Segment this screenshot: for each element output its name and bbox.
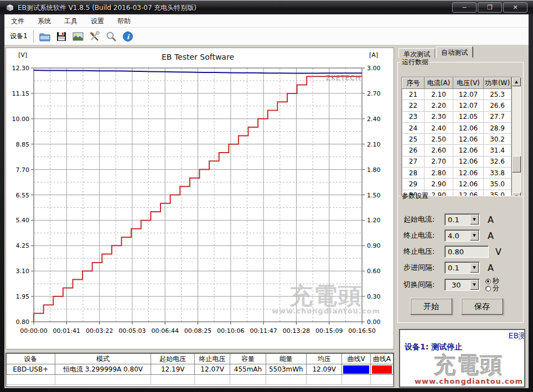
svg-text:充電頭: 充電頭: [289, 282, 363, 309]
run-cell: 31.4: [484, 145, 511, 156]
run-data-table[interactable]: 序号电流(A)电压(V)功率(W) 212.1012.0725.3222.201…: [402, 77, 511, 201]
table-row[interactable]: 232.3012.0527.7: [402, 111, 511, 122]
menu-settings[interactable]: 设置: [84, 14, 111, 28]
run-col-header: 功率(W): [484, 78, 511, 89]
toolbar: 设备1 i: [4, 28, 529, 45]
watermark-url: www.chongdiantou.com: [415, 377, 523, 385]
svg-text:11.15: 11.15: [12, 90, 30, 97]
menu-system[interactable]: 系统: [31, 14, 58, 28]
scroll-up-icon[interactable]: ▲: [512, 77, 521, 86]
table-row[interactable]: 252.5012.0630.2: [402, 134, 511, 145]
run-cell: 2.60: [425, 145, 453, 156]
svg-text:00:16:50: 00:16:50: [348, 327, 375, 334]
switch-interval-combo[interactable]: 30 ▼: [444, 279, 480, 291]
save-button[interactable]: 保存: [461, 298, 503, 315]
run-cell: 27.7: [484, 111, 511, 122]
info-icon[interactable]: i: [121, 29, 135, 44]
chevron-down-icon[interactable]: ▼: [470, 263, 479, 273]
chevron-down-icon[interactable]: ▼: [470, 215, 479, 224]
radio-unselected-icon: [485, 286, 491, 291]
summary-table: 设备 模式 起始电压 终止电压 容量 能量 均压 曲线V 曲线A EBD-USB…: [6, 353, 394, 387]
curve-v-swatch[interactable]: [343, 365, 369, 374]
switch-interval-value: 30: [445, 281, 461, 289]
run-col-header: 序号: [402, 78, 425, 89]
end-current-unit: A: [488, 231, 494, 241]
right-panel: 单次测试 自动测试 运行数据 序号电流(A)电压(V)功率(W) 212.101…: [397, 46, 525, 388]
svg-text:00:06:44: 00:06:44: [151, 327, 178, 334]
scroll-thumb[interactable]: [512, 156, 521, 173]
menu-file[interactable]: 文件: [4, 14, 31, 28]
end-current-label: 终止电流:: [403, 231, 444, 241]
svg-text:0.60: 0.60: [367, 268, 381, 275]
watermark: 充電頭 www.chongdiantou.com: [415, 354, 523, 385]
run-cell: 28: [402, 168, 425, 179]
open-folder-icon[interactable]: [38, 29, 52, 44]
param-settings-group: 参数设置 起始电流: 0.1 ▼ A 终止电流: 4.0 ▼ A: [397, 191, 524, 323]
menu-tools[interactable]: 工具: [58, 14, 84, 28]
svg-text:1.20: 1.20: [367, 217, 381, 224]
run-cell: 25: [402, 134, 425, 145]
table-row[interactable]: 282.8012.0633.8: [402, 168, 511, 179]
start-current-combo[interactable]: 0.1 ▼: [444, 213, 480, 226]
run-cell: 29: [402, 179, 425, 190]
app-window: EB测试系统软件 V1.8.5 (Build 2016-03-07 充电头特别版…: [0, 0, 533, 392]
zoom-icon[interactable]: [104, 29, 118, 44]
start-button[interactable]: 开始: [410, 298, 452, 315]
summary-col-energy: 能量: [266, 354, 306, 364]
run-cell: 2.90: [425, 179, 453, 190]
table-row[interactable]: 242.4012.0628.9: [402, 122, 511, 133]
run-cell: 24: [402, 122, 425, 133]
tab-auto-test[interactable]: 自动测试: [436, 46, 473, 58]
step-interval-combo[interactable]: 0.1 ▼: [444, 262, 480, 274]
table-row[interactable]: 292.9012.0635.0: [402, 179, 511, 190]
start-current-value: 0.1: [445, 216, 459, 224]
device-tab[interactable]: 设备1: [4, 32, 32, 41]
svg-text:00:08:25: 00:08:25: [184, 327, 211, 334]
svg-text:0.30: 0.30: [367, 293, 381, 300]
svg-text:12.30: 12.30: [12, 65, 30, 72]
end-voltage-field[interactable]: 0.80: [444, 245, 489, 258]
title-bar[interactable]: EB测试系统软件 V1.8.5 (Build 2016-03-07 充电头特别版…: [0, 0, 533, 14]
run-table-scrollbar[interactable]: ▲ ▼: [511, 77, 520, 201]
summary-data-row[interactable]: EBD-USB+ 恒电流 3.299999A 0.80V 12.19V 12.0…: [7, 364, 394, 375]
run-cell: 30.2: [484, 134, 511, 145]
summary-col-device: 设备: [7, 354, 55, 364]
table-row[interactable]: 262.6012.0631.4: [402, 145, 511, 156]
run-cell: 21: [402, 89, 425, 100]
run-data-title: 运行数据: [400, 58, 430, 67]
svg-text:00:05:03: 00:05:03: [118, 327, 146, 334]
tab-single-test[interactable]: 单次测试: [399, 48, 435, 58]
capacity-value: 455mAh: [230, 364, 266, 375]
mode-value: 恒电流 3.299999A 0.80V: [55, 364, 151, 375]
energy-value: 5503mWh: [266, 364, 306, 375]
save-icon[interactable]: [54, 29, 69, 44]
summary-col-mode: 模式: [55, 354, 151, 364]
table-row[interactable]: 222.2012.0726.6: [402, 100, 511, 111]
export-image-icon[interactable]: [71, 29, 85, 44]
table-row[interactable]: 212.1012.0725.3: [402, 89, 511, 100]
run-cell: 2.70: [425, 156, 453, 167]
end-current-combo[interactable]: 4.0 ▼: [444, 229, 480, 242]
chevron-down-icon[interactable]: ▼: [470, 280, 479, 290]
svg-text:6.55: 6.55: [16, 192, 30, 199]
end-voltage: 12.07V: [194, 364, 230, 375]
run-cell: 25.3: [484, 89, 511, 100]
svg-text:2.10: 2.10: [367, 141, 381, 148]
device-status-message: 设备1: 测试停止: [405, 342, 462, 352]
svg-text:00:03:22: 00:03:22: [86, 327, 113, 334]
run-cell: 2.40: [425, 122, 453, 133]
minimize-button[interactable]: ─: [452, 2, 477, 13]
maximize-button[interactable]: ❐: [478, 2, 502, 13]
close-button[interactable]: ✕: [503, 2, 527, 13]
menu-help[interactable]: 帮助: [111, 14, 137, 28]
switch-interval-label: 切换间隔:: [403, 280, 444, 290]
table-row[interactable]: 272.7012.0632.6: [402, 156, 511, 167]
run-cell: 12.06: [453, 168, 484, 179]
curve-a-swatch[interactable]: [372, 365, 392, 374]
chevron-down-icon[interactable]: ▼: [470, 231, 479, 241]
radio-selected-icon: [485, 279, 491, 284]
radio-minutes[interactable]: 分: [485, 285, 499, 292]
window-title: EB测试系统软件 V1.8.5 (Build 2016-03-07 充电头特别版…: [18, 3, 196, 13]
tools-icon[interactable]: [87, 29, 102, 44]
svg-text:0.00: 0.00: [367, 318, 381, 326]
